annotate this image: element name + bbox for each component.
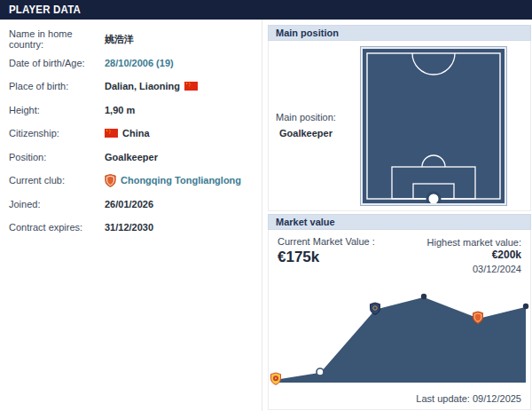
market-value-chart[interactable] xyxy=(269,279,530,387)
row-label: Date of birth/Age: xyxy=(9,58,105,68)
row-value: 26/01/2026 xyxy=(105,199,153,209)
chart-point-current-dot xyxy=(523,304,528,309)
row-label: Height: xyxy=(9,105,105,115)
row-height: Height: 1,90 m xyxy=(0,99,262,123)
current-market-value-label: Current Market Value : xyxy=(278,236,375,247)
row-value: 1,90 m xyxy=(105,105,135,115)
market-value-header-label: Market value xyxy=(276,217,335,227)
row-label: Name in home country: xyxy=(9,28,105,50)
row-contract-expires: Contract expires: 31/12/2030 xyxy=(0,216,262,240)
row-label: Contract expires: xyxy=(9,222,105,233)
chart-club-badge-gold-red-icon xyxy=(271,373,281,384)
main-position-header: Main position xyxy=(268,25,531,41)
row-label: Place of birth: xyxy=(9,81,105,91)
row-joined: Joined: 26/01/2026 xyxy=(0,193,262,217)
row-label: Citizenship: xyxy=(9,128,105,138)
date-of-birth-link[interactable]: 28/10/2006 (19) xyxy=(105,58,174,68)
pitch-graphic xyxy=(363,49,505,203)
china-flag-icon xyxy=(184,82,198,91)
row-place-of-birth: Place of birth: Dalian, Liaoning xyxy=(0,75,262,99)
market-value-body: Current Market Value : €175k Highest mar… xyxy=(268,230,531,410)
highest-market-value-label: Highest market value: xyxy=(427,236,521,249)
row-value: Goalkeeper xyxy=(105,152,158,162)
player-data-page: PLAYER DATA Name in home country: 姚浩洋 Da… xyxy=(0,0,532,411)
market-value-header: Market value xyxy=(268,214,531,230)
row-value: Dalian, Liaoning xyxy=(105,81,198,91)
row-value: 姚浩洋 xyxy=(105,33,134,46)
row-date-of-birth: Date of birth/Age: 28/10/2006 (19) xyxy=(0,51,262,75)
highest-market-value-date: 03/12/2024 xyxy=(427,263,521,275)
player-info-panel: Name in home country: 姚浩洋 Date of birth/… xyxy=(0,20,262,411)
main-position-header-label: Main position xyxy=(276,28,339,38)
row-position: Position: Goalkeeper xyxy=(0,146,262,170)
chart-point-open-dot xyxy=(317,368,324,375)
place-of-birth-text: Dalian, Liaoning xyxy=(105,81,180,91)
club-crest-icon xyxy=(105,174,116,187)
highest-market-value: €200k xyxy=(427,249,521,263)
row-label: Current club: xyxy=(9,175,105,186)
market-value-summary: Current Market Value : €175k Highest mar… xyxy=(269,230,530,275)
chart-point-peak-dot xyxy=(421,294,426,299)
goalkeeper-position-marker xyxy=(427,193,440,203)
china-flag-icon xyxy=(105,129,118,138)
main-position-value: Goalkeeper xyxy=(276,126,336,142)
right-column: Main position Main position: Goalkeeper xyxy=(268,25,531,410)
current-market-value: €175k xyxy=(278,249,375,266)
chart-area-fill xyxy=(276,296,526,383)
page-header-bar: PLAYER DATA xyxy=(0,0,532,20)
row-current-club: Current club: Chongqing Tonglianglong xyxy=(0,169,262,193)
row-name-home-country: Name in home country: 姚浩洋 xyxy=(0,28,262,51)
row-value: 31/12/2030 xyxy=(105,222,153,233)
page-title: PLAYER DATA xyxy=(9,4,81,16)
main-position-text: Main position: Goalkeeper xyxy=(276,110,336,141)
current-club-text: Chongqing Tonglianglong xyxy=(121,175,241,186)
current-market-value-block: Current Market Value : €175k xyxy=(278,236,375,275)
current-club-link[interactable]: Chongqing Tonglianglong xyxy=(105,174,241,187)
row-label: Joined: xyxy=(9,199,105,209)
citizenship-text: China xyxy=(122,128,150,138)
main-position-body: Main position: Goalkeeper xyxy=(268,41,531,211)
row-label: Position: xyxy=(9,152,105,162)
row-value: China xyxy=(105,128,150,138)
main-position-label: Main position: xyxy=(276,110,336,126)
row-citizenship: Citizenship: China xyxy=(0,122,262,146)
highest-market-value-block: Highest market value: €200k 03/12/2024 xyxy=(427,236,521,275)
last-update-text: Last update: 09/12/2025 xyxy=(416,393,521,404)
pitch-graphic-frame xyxy=(361,47,506,205)
